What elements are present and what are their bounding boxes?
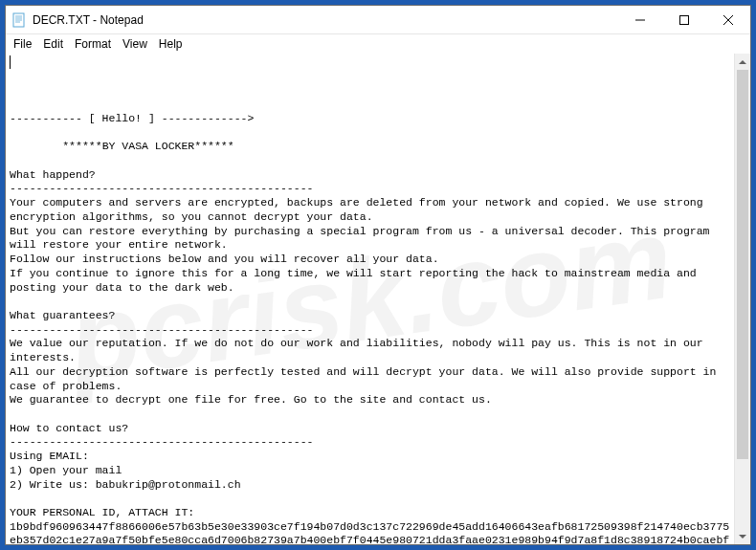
scroll-up-arrow[interactable] <box>735 54 750 70</box>
menu-file[interactable]: File <box>8 36 37 52</box>
titlebar[interactable]: DECR.TXT - Notepad <box>6 6 750 34</box>
vertical-scrollbar[interactable] <box>734 54 750 544</box>
window-controls <box>618 6 750 33</box>
scroll-down-arrow[interactable] <box>735 528 750 544</box>
scroll-thumb[interactable] <box>737 70 748 459</box>
maximize-button[interactable] <box>662 6 706 33</box>
menu-edit[interactable]: Edit <box>37 36 69 52</box>
menu-format[interactable]: Format <box>69 36 117 52</box>
close-button[interactable] <box>706 6 750 33</box>
svg-rect-6 <box>680 15 689 24</box>
document-text: ----------- [ Hello! ] -------------> **… <box>10 112 730 544</box>
window-title: DECR.TXT - Notepad <box>33 13 618 27</box>
menu-view[interactable]: View <box>117 36 153 52</box>
menu-help[interactable]: Help <box>153 36 189 52</box>
text-cursor <box>10 55 11 69</box>
svg-marker-10 <box>739 535 746 539</box>
content-wrapper: pcrisk.com ----------- [ Hello! ] ------… <box>6 54 750 544</box>
svg-marker-9 <box>739 60 746 64</box>
scroll-track[interactable] <box>735 70 750 528</box>
menubar: File Edit Format View Help <box>6 34 750 54</box>
minimize-button[interactable] <box>618 6 662 33</box>
text-area[interactable]: pcrisk.com ----------- [ Hello! ] ------… <box>6 54 734 544</box>
notepad-icon <box>11 12 27 28</box>
notepad-window: DECR.TXT - Notepad File Edit Format View… <box>5 5 751 545</box>
